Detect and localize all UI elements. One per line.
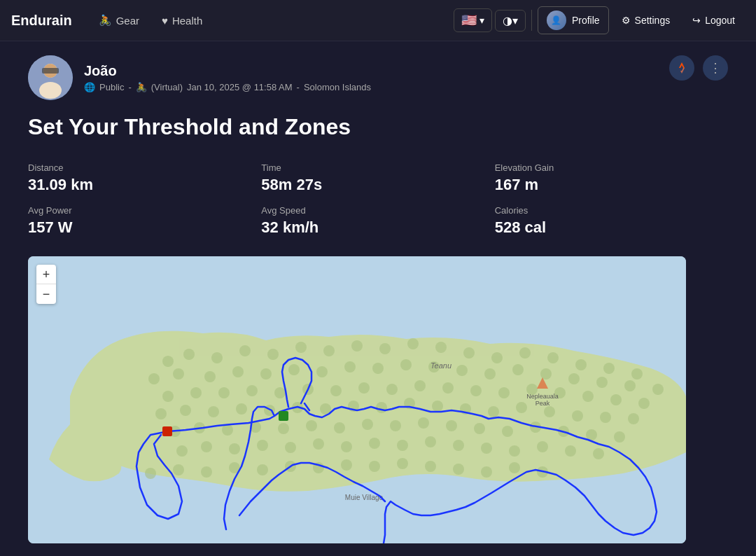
brand-logo: Endurain [11, 13, 72, 29]
svg-point-25 [631, 368, 643, 380]
svg-point-57 [498, 387, 510, 398]
svg-rect-135 [279, 411, 288, 421]
svg-point-109 [481, 443, 492, 454]
user-actions: ⋮ [669, 55, 728, 81]
speed-label: Avg Speed [261, 205, 494, 216]
svg-point-14 [323, 345, 335, 356]
stat-time: Time 58m 27s [261, 157, 494, 200]
more-options-icon[interactable]: ⋮ [703, 55, 728, 81]
svg-point-39 [512, 364, 524, 375]
svg-point-93 [502, 426, 513, 437]
svg-point-61 [610, 394, 622, 405]
svg-point-64 [180, 405, 191, 416]
svg-point-62 [638, 398, 650, 409]
svg-point-33 [344, 361, 356, 373]
svg-point-34 [372, 363, 384, 374]
svg-point-110 [509, 445, 520, 457]
svg-point-73 [432, 401, 443, 412]
svg-point-71 [376, 402, 387, 413]
svg-point-26 [148, 373, 160, 384]
svg-point-22 [547, 352, 559, 363]
svg-point-114 [145, 468, 156, 479]
stat-speed: Avg Speed 32 km/h [261, 200, 494, 242]
svg-point-32 [316, 366, 328, 377]
zoom-in-button[interactable]: + [36, 265, 56, 284]
power-label: Avg Power [28, 205, 261, 216]
svg-point-66 [236, 403, 247, 415]
speed-value: 32 km/h [261, 218, 494, 237]
svg-point-56 [470, 385, 482, 396]
map-container[interactable]: Nepleauala Peak Teanu Muie Village + − [28, 256, 686, 543]
caret-icon2: ▾ [512, 14, 518, 27]
svg-point-115 [173, 464, 184, 475]
svg-point-121 [341, 459, 352, 471]
svg-text:Peak: Peak [536, 400, 550, 407]
svg-point-53 [386, 384, 398, 395]
svg-point-42 [596, 377, 608, 388]
logout-label: Logout [705, 15, 735, 26]
svg-text:Nepleauala: Nepleauala [526, 393, 559, 400]
svg-point-76 [516, 402, 527, 413]
profile-button[interactable]: 👤 Profile [538, 6, 609, 34]
gear-nav-link[interactable]: 🚴 Gear [89, 10, 149, 31]
svg-point-30 [260, 368, 272, 380]
power-value: 157 W [28, 218, 261, 237]
svg-point-116 [201, 466, 212, 478]
svg-point-13 [295, 342, 307, 353]
svg-point-88 [362, 419, 373, 430]
svg-point-21 [519, 347, 531, 359]
user-info: João 🌐 Public - 🚴 (Virtual) Jan 10, 2025… [28, 55, 371, 100]
svg-point-97 [614, 431, 625, 443]
health-nav-link[interactable]: ♥ Health [152, 10, 212, 31]
svg-point-38 [484, 368, 496, 380]
user-header: João 🌐 Public - 🚴 (Virtual) Jan 10, 2025… [28, 55, 728, 100]
calories-value: 528 cal [495, 218, 728, 237]
username: João [84, 63, 371, 79]
zoom-out-button[interactable]: − [36, 284, 56, 304]
language-selector[interactable]: 🇺🇸 ▾ [454, 8, 492, 32]
settings-button[interactable]: ⚙ Settings [612, 11, 680, 30]
svg-point-77 [544, 406, 555, 417]
svg-point-118 [257, 464, 268, 475]
svg-point-12 [267, 349, 279, 360]
svg-point-122 [369, 461, 380, 472]
svg-point-46 [190, 387, 202, 398]
gear-icon: ⚙ [622, 15, 631, 26]
logout-icon: ↪ [692, 15, 701, 26]
profile-label: Profile [572, 15, 600, 26]
svg-point-15 [351, 340, 363, 352]
stats-grid: Distance 31.09 km Time 58m 27s Elevation… [28, 157, 728, 242]
main-content: João 🌐 Public - 🚴 (Virtual) Jan 10, 2025… [0, 41, 756, 556]
elevation-label: Elevation Gain [495, 162, 728, 173]
calories-label: Calories [495, 205, 728, 216]
svg-point-9 [183, 349, 195, 360]
caret-icon: ▾ [479, 15, 484, 26]
svg-marker-6 [680, 68, 685, 74]
location: Solomon Islands [304, 82, 371, 92]
svg-point-89 [390, 420, 401, 431]
svg-point-103 [313, 438, 324, 450]
svg-point-43 [624, 380, 636, 391]
separator: - [128, 82, 131, 92]
svg-point-65 [208, 406, 219, 417]
svg-point-80 [628, 413, 639, 424]
svg-point-63 [155, 408, 167, 419]
svg-point-85 [278, 423, 289, 434]
svg-point-102 [285, 442, 296, 453]
svg-point-20 [491, 352, 503, 363]
bike-icon: 🚴 [136, 82, 147, 92]
stat-calories: Calories 528 cal [495, 200, 728, 242]
svg-point-98 [176, 445, 188, 457]
svg-point-11 [239, 345, 251, 356]
theme-toggle[interactable]: ◑ ▾ [495, 10, 526, 32]
svg-point-83 [222, 424, 233, 436]
svg-point-108 [453, 440, 464, 451]
svg-point-45 [162, 391, 174, 402]
stat-power: Avg Power 157 W [28, 200, 261, 242]
logout-button[interactable]: ↪ Logout [682, 11, 745, 30]
svg-point-79 [600, 412, 611, 423]
strava-icon[interactable] [669, 55, 694, 81]
svg-point-18 [435, 342, 447, 353]
svg-point-87 [334, 422, 345, 433]
svg-point-125 [453, 464, 464, 475]
